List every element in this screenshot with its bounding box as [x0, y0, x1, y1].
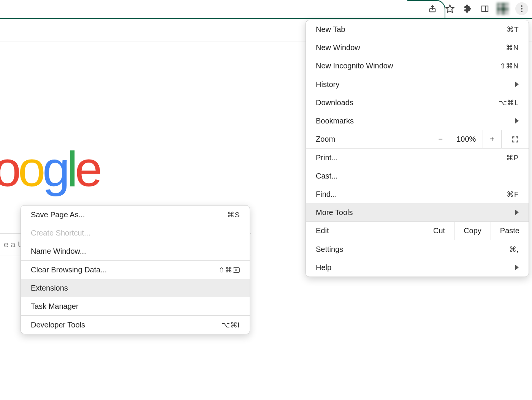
edit-copy-button[interactable]: Copy	[454, 222, 491, 240]
svg-rect-2	[482, 6, 488, 12]
submenu-developer-tools[interactable]: Developer Tools ⌥⌘I	[21, 316, 250, 334]
submenu-task-manager[interactable]: Task Manager	[21, 297, 250, 315]
menu-shortcut: ⌘N	[506, 43, 519, 52]
toolbar-divider	[0, 18, 532, 19]
svg-marker-1	[446, 5, 454, 13]
menu-cast[interactable]: Cast...	[306, 167, 529, 185]
menu-label: Extensions	[31, 284, 68, 292]
menu-label: New Tab	[316, 25, 345, 34]
menu-label: Help	[316, 263, 331, 272]
more-tools-submenu: Save Page As... ⌘S Create Shortcut... Na…	[21, 205, 250, 334]
extensions-icon[interactable]	[462, 3, 473, 14]
profile-avatar[interactable]	[497, 3, 508, 14]
chevron-right-icon	[515, 118, 519, 123]
menu-downloads[interactable]: Downloads ⌥⌘L	[306, 93, 529, 112]
menu-shortcut: ⇧⌘	[218, 266, 240, 274]
menu-find[interactable]: Find... ⌘F	[306, 185, 529, 203]
menu-more-tools[interactable]: More Tools	[306, 203, 529, 221]
chrome-main-menu: New Tab ⌘T New Window ⌘N New Incognito W…	[306, 20, 529, 277]
edit-cut-button[interactable]: Cut	[424, 222, 454, 240]
menu-help[interactable]: Help	[306, 258, 529, 277]
menu-label: New Window	[316, 43, 360, 52]
menu-edit-label: Edit	[306, 222, 424, 240]
chrome-menu-button[interactable]	[515, 2, 528, 15]
menu-label: Cast...	[316, 172, 338, 180]
menu-label: Developer Tools	[31, 321, 85, 329]
toolbar-icons	[427, 2, 528, 15]
menu-new-tab[interactable]: New Tab ⌘T	[306, 20, 529, 38]
google-logo: Google	[0, 141, 99, 198]
menu-shortcut: ⌘P	[506, 153, 519, 162]
submenu-create-shortcut: Create Shortcut...	[21, 224, 250, 242]
menu-zoom-row: Zoom − 100% +	[306, 130, 529, 149]
menu-shortcut: ⌘,	[509, 245, 519, 254]
fullscreen-button[interactable]	[501, 130, 529, 148]
menu-label: Print...	[316, 153, 338, 162]
menu-edit-row: Edit Cut Copy Paste	[306, 221, 529, 240]
submenu-clear-browsing-data[interactable]: Clear Browsing Data... ⇧⌘	[21, 261, 250, 279]
zoom-in-button[interactable]: +	[483, 130, 501, 148]
menu-shortcut: ⌘T	[507, 25, 519, 34]
menu-shortcut: ⌥⌘I	[222, 321, 240, 329]
submenu-extensions[interactable]: Extensions	[21, 279, 250, 297]
menu-shortcut: ⌥⌘L	[499, 98, 519, 107]
menu-label: New Incognito Window	[316, 62, 393, 70]
chevron-right-icon	[515, 210, 519, 215]
star-icon[interactable]	[445, 3, 455, 14]
menu-bookmarks[interactable]: Bookmarks	[306, 112, 529, 130]
menu-label: Downloads	[316, 98, 353, 107]
edit-paste-button[interactable]: Paste	[491, 222, 529, 240]
zoom-out-button[interactable]: −	[431, 130, 450, 148]
menu-new-window[interactable]: New Window ⌘N	[306, 38, 529, 57]
zoom-value: 100%	[450, 130, 483, 148]
side-panel-icon[interactable]	[480, 3, 490, 14]
menu-shortcut: ⌘S	[227, 210, 240, 219]
menu-label: History	[316, 80, 339, 89]
menu-label: Name Window...	[31, 247, 86, 256]
menu-new-incognito[interactable]: New Incognito Window ⇧⌘N	[306, 57, 529, 75]
menu-label: Settings	[316, 245, 343, 254]
delete-icon	[233, 267, 240, 273]
menu-shortcut: ⇧⌘N	[500, 62, 519, 70]
menu-label: Task Manager	[31, 302, 79, 311]
submenu-name-window[interactable]: Name Window...	[21, 242, 250, 260]
menu-print[interactable]: Print... ⌘P	[306, 149, 529, 167]
menu-history[interactable]: History	[306, 75, 529, 93]
submenu-save-page[interactable]: Save Page As... ⌘S	[21, 206, 250, 224]
menu-label: Clear Browsing Data...	[31, 266, 107, 274]
menu-settings[interactable]: Settings ⌘,	[306, 240, 529, 258]
menu-label: More Tools	[316, 208, 353, 217]
menu-zoom-label: Zoom	[306, 130, 431, 148]
menu-label: Bookmarks	[316, 117, 354, 125]
chevron-right-icon	[515, 82, 519, 87]
menu-label: Create Shortcut...	[31, 229, 90, 237]
menu-label: Save Page As...	[31, 210, 85, 219]
share-icon[interactable]	[427, 3, 438, 14]
chevron-right-icon	[515, 265, 519, 270]
menu-shortcut: ⌘F	[507, 190, 519, 199]
menu-label: Find...	[316, 190, 337, 199]
